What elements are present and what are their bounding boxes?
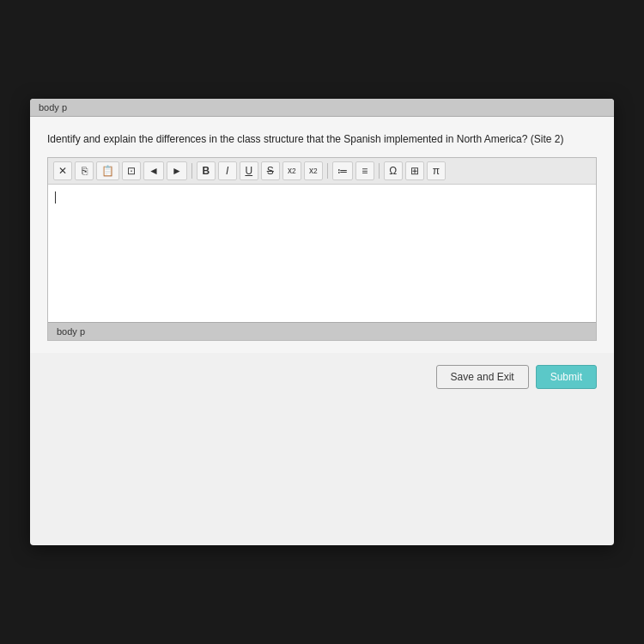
special-char-button[interactable]: Ω	[384, 161, 403, 180]
subscript-button[interactable]: x2	[283, 161, 301, 180]
save-exit-button[interactable]: Save and Exit	[436, 365, 529, 389]
bottom-breadcrumb-label: body p	[57, 326, 85, 337]
paste-button[interactable]: 📋	[96, 161, 119, 180]
question-text: Identify and explain the differences in …	[47, 132, 597, 147]
text-cursor	[55, 191, 56, 204]
top-breadcrumb-bar: body p	[30, 99, 614, 117]
screen-wrapper: ✏ body p Identify and explain the differ…	[30, 99, 614, 545]
copy-button[interactable]: ⎘	[75, 161, 94, 180]
strikethrough-button[interactable]: S	[261, 161, 280, 180]
table-button[interactable]: ⊞	[405, 161, 424, 180]
rich-text-editor: ✕ ⎘ 📋 ⊡ ◄ ► B I U S x2 x2 ≔ ≡	[47, 157, 597, 341]
editor-panel: body p Identify and explain the differen…	[30, 99, 614, 545]
math-button[interactable]: π	[427, 161, 446, 180]
italic-button[interactable]: I	[218, 161, 237, 180]
toolbar-separator-2	[327, 163, 328, 179]
bold-button[interactable]: B	[197, 161, 216, 180]
cut-button[interactable]: ✕	[53, 161, 72, 180]
toolbar-separator-3	[379, 163, 380, 179]
undo-button[interactable]: ◄	[143, 161, 164, 180]
underline-button[interactable]: U	[240, 161, 258, 180]
paste-text-button[interactable]: ⊡	[122, 161, 141, 180]
unordered-list-button[interactable]: ≡	[355, 161, 374, 180]
superscript-button[interactable]: x2	[304, 161, 323, 180]
toolbar-separator-1	[191, 163, 192, 179]
ordered-list-button[interactable]: ≔	[332, 161, 353, 180]
editor-content-area[interactable]	[48, 185, 596, 322]
editor-toolbar: ✕ ⎘ 📋 ⊡ ◄ ► B I U S x2 x2 ≔ ≡	[48, 158, 596, 185]
bottom-breadcrumb-bar: body p	[48, 322, 596, 340]
footer-area: Save and Exit Submit	[30, 353, 614, 401]
submit-button[interactable]: Submit	[536, 365, 597, 389]
redo-button[interactable]: ►	[167, 161, 187, 180]
main-content-area: Identify and explain the differences in …	[30, 117, 614, 353]
top-breadcrumb-label: body p	[39, 102, 67, 112]
